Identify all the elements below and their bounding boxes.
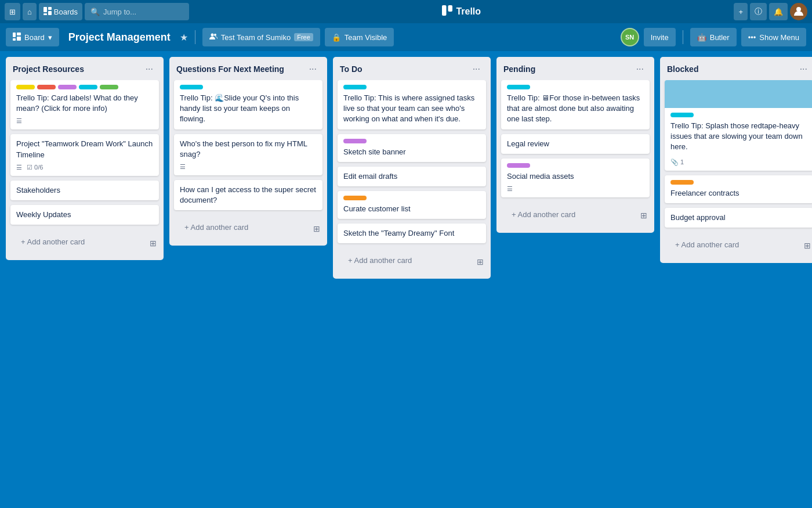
visibility-button[interactable]: 🔒 Team Visible [325,28,394,46]
cards-container: Trello Tip: This is where assigned tasks… [333,80,491,248]
add-card-button[interactable]: + Add another card [669,236,797,254]
card[interactable]: Weekly Updates [10,205,159,225]
card[interactable]: Freelancer contracts [665,175,812,203]
card[interactable]: Sketch site banner [338,134,486,162]
card-text: Sketch the "Teamy Dreamy" Font [343,228,480,239]
add-card-button[interactable]: + Add another card [15,233,143,251]
chevron-down-icon: ▾ [48,33,52,42]
list-menu-button[interactable]: ··· [306,63,320,75]
add-card-footer: + Add another card ⊞ [333,248,491,279]
card-text: Trello Tip: 🖥For those in-between tasks … [507,93,644,125]
card[interactable]: Edit email drafts [338,167,486,186]
list-title: Pending [503,64,633,74]
card[interactable]: Sketch the "Teamy Dreamy" Font [338,224,486,243]
divider2 [683,30,683,44]
board-view-button[interactable]: Board ▾ [6,28,59,46]
template-icon[interactable]: ⊞ [802,239,812,253]
template-icon[interactable]: ⊞ [311,222,322,236]
svg-rect-5 [448,5,453,12]
card[interactable]: Legal review [501,134,650,154]
card[interactable]: Who's the best person to fix my HTML sna… [174,134,322,175]
list-menu-button[interactable]: ··· [796,63,811,75]
cards-container: Trello Tip: Card labels! What do they me… [6,80,164,229]
card[interactable]: Trello Tip: 🖥For those in-between tasks … [501,80,650,129]
search-input[interactable] [103,8,179,16]
boards-icon [44,7,52,17]
card[interactable]: Trello Tip: This is where assigned tasks… [338,80,486,129]
add-card-button[interactable]: + Add another card [179,218,306,236]
board-content: Project Resources ··· Trello Tip: Card l… [0,51,812,508]
show-menu-button[interactable]: ••• Show Menu [741,28,806,46]
card-label [58,85,77,89]
board-title[interactable]: Project Management [64,29,175,46]
card[interactable]: Budget approval [665,208,812,228]
butler-label: Butler [710,33,730,42]
list-to-do: To Do ··· Trello Tip: This is where assi… [333,57,491,279]
template-icon[interactable]: ⊞ [147,236,159,250]
list-blocked: Blocked ··· Trello Tip: Splash those red… [660,57,812,263]
top-nav: ⊞ ⌂ Boards 🔍 Trello + ⓘ 🔔 [0,0,812,23]
template-icon[interactable]: ⊞ [638,208,650,222]
list-title: Project Resources [13,64,142,74]
paperclip-icon: 📎 [670,158,679,166]
info-button[interactable]: ⓘ [750,3,767,20]
card-labels [507,163,644,168]
butler-button[interactable]: 🤖 Butler [690,28,737,46]
team-label: Test Team of Sumiko [221,33,291,42]
card[interactable]: Curate customer list [338,191,486,219]
add-card-footer: + Add another card ⊞ [660,232,812,263]
cards-container: Trello Tip: 🖥For those in-between tasks … [496,80,654,202]
template-icon[interactable]: ⊞ [474,255,486,269]
svg-rect-8 [17,33,21,35]
card-labels [180,85,317,89]
card[interactable]: Project "Teamwork Dream Work" Launch Tim… [10,134,159,175]
card-text: Project "Teamwork Dream Work" Launch Tim… [16,139,153,160]
card[interactable]: Social media assets☰ [501,158,650,197]
home-button[interactable]: ⌂ [23,3,37,20]
add-card-button[interactable]: + Add another card [506,206,633,224]
card-label [16,85,35,89]
notifications-button[interactable]: 🔔 [769,3,788,20]
card-labels [670,180,807,185]
board-header: Board ▾ Project Management ★ Test Team o… [0,23,812,51]
svg-rect-10 [13,38,16,41]
star-icon[interactable]: ★ [180,32,188,43]
card[interactable]: Stakeholders [10,181,159,200]
add-card-footer: + Add another card ⊞ [169,215,327,246]
card-text: Edit email drafts [343,171,480,182]
card-text: Curate customer list [343,204,480,214]
boards-label: Boards [54,8,78,16]
list-menu-button[interactable]: ··· [142,63,157,75]
add-card-button[interactable]: + Add another card [342,251,470,269]
team-button[interactable]: Test Team of Sumiko Free [202,28,320,46]
card-text: Who's the best person to fix my HTML sna… [180,139,317,160]
team-member-avatar[interactable]: SN [621,28,639,46]
nav-right: + ⓘ 🔔 [734,3,807,20]
card-footer: ☰ [507,185,644,193]
boards-button[interactable]: Boards [39,3,82,20]
card[interactable]: Trello Tip: 🌊Slide your Q's into this ha… [174,80,322,129]
card-footer: 📎1 [670,156,807,166]
lock-icon: 🔒 [332,33,341,42]
search-icon: 🔍 [90,8,100,16]
card-labels [343,85,480,89]
list-menu-button[interactable]: ··· [469,63,484,75]
bell-icon: 🔔 [774,8,783,16]
add-button[interactable]: + [734,3,748,20]
card[interactable]: How can I get access to the super secret… [174,180,322,210]
list-header: Pending ··· [496,57,654,80]
search-bar[interactable]: 🔍 [85,3,189,20]
card[interactable]: Trello Tip: Splash those redtape-heavy i… [665,80,812,171]
user-avatar[interactable] [790,3,807,20]
card-labels [343,139,480,143]
add-card-footer: + Add another card ⊞ [6,229,164,260]
card-footer: ☰☑ 0/6 [16,164,153,171]
apps-button[interactable]: ⊞ [5,3,20,20]
list-title: Questions For Next Meeting [176,64,306,74]
svg-point-6 [796,7,801,12]
invite-button[interactable]: Invite [644,28,676,46]
card[interactable]: Trello Tip: Card labels! What do they me… [10,80,159,129]
list-header: Project Resources ··· [6,57,164,80]
list-menu-button[interactable]: ··· [633,63,647,75]
visibility-label: Team Visible [345,33,387,42]
